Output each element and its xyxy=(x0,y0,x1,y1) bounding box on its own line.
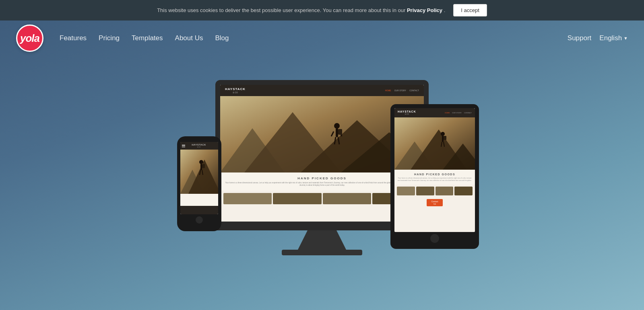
tablet-home-button xyxy=(430,234,439,243)
hero-section: HAYSTACK & CO HOME OUR STORY CONTACT xyxy=(0,56,644,289)
phone-bottom-bar xyxy=(180,194,218,206)
nav-links: Features Pricing Templates About Us Blog xyxy=(60,34,568,42)
svg-rect-5 xyxy=(336,128,338,137)
nav-blog[interactable]: Blog xyxy=(215,34,229,42)
tablet-thumbnails xyxy=(394,185,475,197)
tablet-nav: HAYSTACK & CO HOME OUR STORY CONTACT xyxy=(394,108,475,117)
language-selector[interactable]: English ▼ xyxy=(599,34,628,42)
tablet-screen: HAYSTACK & CO HOME OUR STORY CONTACT xyxy=(394,108,475,232)
nav-right: Support English ▼ xyxy=(568,34,628,42)
accept-cookies-button[interactable]: I accept xyxy=(453,4,487,16)
cookie-banner: This website uses cookies to deliver the… xyxy=(0,0,644,21)
site-logo: HAYSTACK & CO xyxy=(225,87,246,94)
svg-point-17 xyxy=(441,132,445,136)
nav-templates[interactable]: Templates xyxy=(132,34,163,42)
phone-mockup: HAYSTACK & CO xyxy=(177,136,221,231)
phone-screen: HAYSTACK & CO xyxy=(180,142,218,214)
tablet-cta-button: Contact Us xyxy=(427,199,443,206)
chevron-down-icon: ▼ xyxy=(623,36,628,41)
tablet-hero-image xyxy=(394,117,475,170)
svg-rect-24 xyxy=(200,164,202,170)
phone-home-button xyxy=(196,216,203,224)
navbar: yola Features Pricing Templates About Us… xyxy=(0,21,644,56)
tablet-mockup: HAYSTACK & CO HOME OUR STORY CONTACT xyxy=(390,104,479,249)
svg-point-6 xyxy=(334,123,340,129)
nav-about[interactable]: About Us xyxy=(175,34,203,42)
logo-circle: yola xyxy=(16,25,43,52)
logo[interactable]: yola xyxy=(16,25,43,52)
tablet-text-section: HAND PICKED GOODS Your home is a three d… xyxy=(394,170,475,185)
nav-pricing[interactable]: Pricing xyxy=(99,34,120,42)
nav-support[interactable]: Support xyxy=(568,34,592,42)
nav-features[interactable]: Features xyxy=(60,34,87,42)
svg-rect-26 xyxy=(202,164,205,168)
svg-rect-18 xyxy=(444,136,446,140)
hamburger-icon xyxy=(182,145,185,147)
phone-hero-image xyxy=(180,150,218,194)
svg-point-25 xyxy=(199,160,203,164)
svg-rect-11 xyxy=(338,129,342,135)
svg-rect-16 xyxy=(442,135,444,142)
cookie-message: This website uses cookies to deliver the… xyxy=(157,7,445,13)
phone-nav: HAYSTACK & CO xyxy=(180,142,218,150)
devices-mockup: HAYSTACK & CO HOME OUR STORY CONTACT xyxy=(177,80,467,289)
